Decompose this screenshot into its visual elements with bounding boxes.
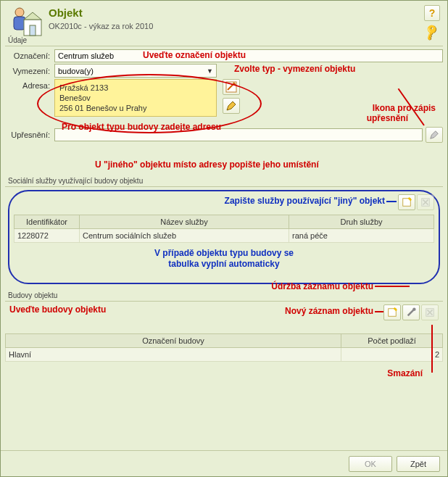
table-row[interactable]: 1228072 Centrum sociálních služeb raná p… [14,229,434,243]
adresa-line2: Benešov [59,93,212,103]
col-druh[interactable]: Druh služby [289,215,434,229]
help-icon[interactable]: ? [424,5,440,21]
adresa-line3: 256 01 Benešov u Prahy [59,103,212,113]
section-udaje: Údaje Označení: Uveďte označení objektu … [5,36,443,173]
back-button[interactable]: Zpět [397,456,440,472]
legend-sluzby: Sociální služby využívající budovy objek… [5,177,443,187]
vymezeni-value: budova(y) [58,67,94,75]
ok-button[interactable]: OK [349,456,392,472]
upresneni-input[interactable] [54,128,423,141]
cell-nazev: Centrum sociálních služeb [80,229,289,243]
col-id[interactable]: Identifikátor [14,215,80,229]
building-add-button[interactable] [383,304,401,320]
footer: OK Zpět [1,450,447,476]
buildings-table: Označení budovy Počet podlaží Hlavní 2 [5,333,443,362]
oznaceni-label: Označení: [5,51,54,60]
section-sluzby: Sociální služby využívající budovy objek… [5,177,443,284]
upresneni-label: Upřesnění: [5,130,54,139]
vymezeni-label: Vymezení: [5,67,54,75]
legend-udaje: Údaje [5,36,443,46]
adresa-label: Adresa: [5,79,54,90]
vymezeni-combo[interactable]: budova(y) ▼ [54,64,217,78]
svg-marker-3 [24,12,41,20]
object-app-icon [8,5,43,40]
annot-auto1: V případě objektu typu budovy se [9,248,439,258]
table-row[interactable]: Hlavní 2 [6,348,443,362]
annot-sluzby: Zapište služby používající "jiný" objekt [225,196,385,206]
adresa-box: Pražská 2133 Benešov 256 01 Benešov u Pr… [54,79,217,117]
annot-smazani: Smazání [387,368,423,378]
page-title: Objekt [49,7,440,19]
annot-upresneni: U "jiného" objektu místo adresy popište … [95,159,319,170]
section-budovy: Budovy objektu Údržba záznamu objektu Uv… [5,291,443,400]
upresneni-edit-button[interactable] [426,127,443,143]
chevron-down-icon: ▼ [207,67,213,75]
cell-druh: raná péče [289,229,434,243]
annot-novy: Nový záznam objektu [285,306,373,316]
cell-id: 1228072 [14,229,80,243]
svg-point-9 [412,307,415,310]
annot-auto2: tabulka vyplní automaticky [9,259,439,269]
address-pick-button[interactable] [223,79,240,95]
cell-oznaceni: Hlavní [6,348,341,362]
col-nazev[interactable]: Název služby [80,215,289,229]
oznaceni-input[interactable] [54,49,443,62]
services-table: Identifikátor Název služby Druh služby 1… [14,215,434,243]
service-add-button[interactable] [398,194,415,210]
svg-rect-4 [30,25,36,36]
annot-budovy: Uveďte budovy objektu [9,304,106,315]
page-subtitle: OK2010c - výkaz za rok 2010 [49,22,440,30]
building-delete-button[interactable] [421,304,439,320]
svg-point-0 [15,8,24,17]
adresa-line1: Pražská 2133 [59,83,212,93]
col-oznaceni[interactable]: Označení budovy [6,334,341,348]
building-maintain-button[interactable] [402,304,420,320]
legend-budovy: Budovy objektu [5,291,443,302]
service-delete-button[interactable] [417,194,434,210]
col-podlazi[interactable]: Počet podlaží [341,334,443,348]
cell-podlazi: 2 [341,348,443,362]
address-edit-button[interactable] [223,98,240,114]
annot-vymezeni: Zvolte typ - vymezení objektu [234,64,355,74]
